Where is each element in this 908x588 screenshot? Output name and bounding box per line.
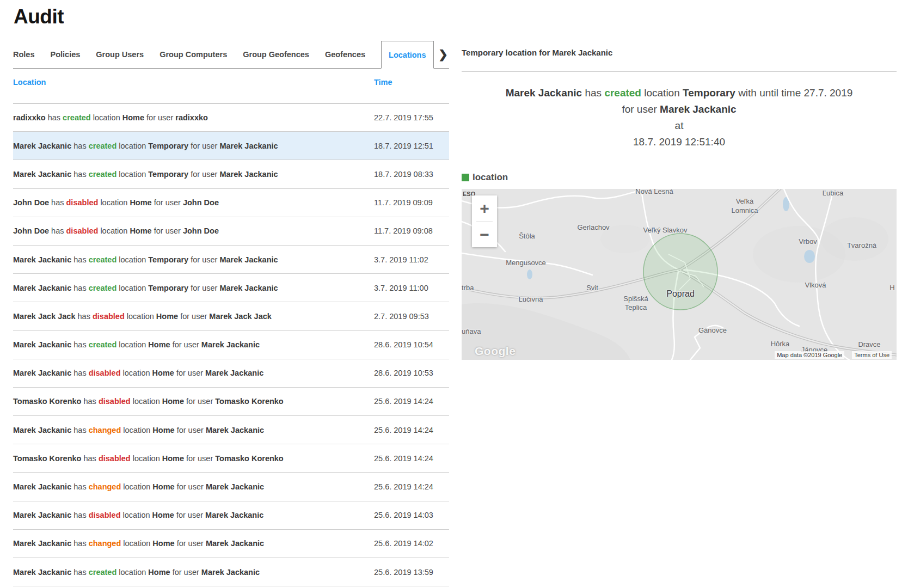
map-label-vlková: Vlková	[805, 281, 826, 289]
audit-time: 25.6. 2019 14:02	[374, 539, 449, 548]
audit-time: 18.7. 2019 08:33	[374, 170, 449, 179]
map-label-štôla: Štôla	[519, 232, 535, 240]
table-row[interactable]: Marek Jackanic has created location Temp…	[13, 160, 449, 188]
column-header-location[interactable]: Location	[13, 78, 46, 103]
zoom-in-button[interactable]: +	[472, 195, 497, 221]
tab-group-geofences[interactable]: Group Geofences	[243, 50, 309, 59]
table-row[interactable]: John Doe has disabled location Home for …	[13, 189, 449, 217]
audit-message: Tomasko Korenko has disabled location Ho…	[13, 397, 374, 406]
column-header-time[interactable]: Time	[374, 78, 449, 103]
google-logo: Google	[475, 345, 516, 358]
table-row[interactable]: Marek Jackanic has changed location Home…	[13, 473, 449, 501]
audit-message: Marek Jackanic has created location Temp…	[13, 255, 374, 264]
tab-policies[interactable]: Policies	[51, 50, 81, 59]
table-row[interactable]: Marek Jack Jack has disabled location Ho…	[13, 302, 449, 330]
audit-message: Marek Jackanic has changed location Home…	[13, 426, 374, 434]
zoom-out-button[interactable]: −	[472, 222, 497, 247]
audit-time: 25.6. 2019 13:59	[374, 568, 449, 577]
page-title: Audit	[14, 5, 64, 28]
map-zoom-control: + −	[472, 195, 497, 247]
audit-time: 3.7. 2019 11:02	[374, 255, 449, 264]
tab-geofences[interactable]: Geofences	[325, 50, 365, 59]
audit-message: Marek Jack Jack has disabled location Ho…	[13, 312, 374, 321]
chevron-right-icon[interactable]: ❯	[436, 46, 450, 63]
table-body: radixxko has created location Home for u…	[13, 103, 449, 586]
table-row[interactable]: Marek Jackanic has disabled location Hom…	[13, 359, 449, 388]
table-row[interactable]: Marek Jackanic has created location Home…	[13, 558, 449, 586]
audit-time: 2.7. 2019 09:53	[374, 312, 449, 321]
detail-line-4: 18.7. 2019 12:51:40	[462, 134, 897, 150]
map-label-spišská: Spišská	[623, 295, 648, 303]
audit-message: Marek Jackanic has created location Home…	[13, 340, 374, 349]
audit-message: Marek Jackanic has created location Home…	[13, 568, 374, 577]
legend-color-swatch	[462, 174, 469, 181]
table-row[interactable]: Marek Jackanic has changed location Home…	[13, 530, 449, 558]
map-data-credit: Map data ©2019 Google	[775, 351, 844, 359]
table-row[interactable]: Marek Jackanic has created location Temp…	[13, 132, 449, 160]
audit-time: 3.7. 2019 11:00	[374, 284, 449, 292]
audit-message: Marek Jackanic has disabled location Hom…	[13, 369, 374, 377]
tab-group-computers[interactable]: Group Computers	[159, 50, 227, 59]
table-row[interactable]: Marek Jackanic has created location Home…	[13, 331, 449, 359]
map-canvas[interactable]: ESONová LesnáVeľkáLomnicaĽubicaGerlachov…	[462, 189, 897, 360]
detail-line-1: Marek Jackanic has created location Temp…	[462, 85, 897, 101]
table-row[interactable]: radixxko has created location Home for u…	[13, 103, 449, 132]
table-row[interactable]: Marek Jackanic has changed location Home…	[13, 416, 449, 444]
map-legend: location	[462, 172, 897, 183]
map-label-nová-lesná: Nová Lesná	[635, 189, 673, 195]
map-graphics	[462, 189, 897, 360]
map-label-hôrka: Hôrka	[771, 340, 790, 348]
map-label-uňava: uňava	[462, 327, 481, 335]
map-attribution: Map data ©2019 Google Terms of Use	[775, 351, 892, 359]
detail-title: Temporary location for Marek Jackanic	[462, 0, 897, 72]
audit-message: Marek Jackanic has disabled location Hom…	[13, 511, 374, 519]
map-label-dravce: Dravce	[858, 340, 880, 348]
audit-time: 25.6. 2019 14:03	[374, 511, 449, 519]
audit-message: Tomasko Korenko has disabled location Ho…	[13, 454, 374, 463]
audit-time: 22.7. 2019 17:55	[374, 113, 449, 122]
map-label-svit: Svit	[586, 284, 598, 292]
audit-message: Marek Jackanic has created location Temp…	[13, 142, 374, 150]
table-row[interactable]: John Doe has disabled location Home for …	[13, 217, 449, 246]
audit-message: Marek Jackanic has changed location Home…	[13, 539, 374, 548]
map-label-veľký-slavkov: Veľký Slavkov	[643, 226, 687, 234]
detail-message: Marek Jackanic has created location Temp…	[462, 85, 897, 150]
audit-time: 25.6. 2019 14:24	[374, 426, 449, 434]
map-label-lomnica: Lomnica	[731, 206, 758, 215]
tab-locations[interactable]: Locations	[381, 41, 433, 69]
map-label-gánovce: Gánovce	[698, 326, 727, 334]
table-header: Location Time	[13, 69, 449, 103]
map-label-h: H	[889, 284, 894, 292]
map-label-poprad: Poprad	[666, 289, 695, 299]
audit-time: 28.6. 2019 10:53	[374, 369, 449, 377]
audit-message: John Doe has disabled location Home for …	[13, 198, 374, 207]
audit-message: radixxko has created location Home for u…	[13, 113, 374, 122]
tab-group-users[interactable]: Group Users	[96, 50, 144, 59]
audit-time: 25.6. 2019 14:24	[374, 482, 449, 491]
table-row[interactable]: Marek Jackanic has created location Temp…	[13, 274, 449, 302]
detail-line-2: for user Marek Jackanic	[462, 101, 897, 118]
map-label-trba: trba	[462, 284, 474, 292]
table-row[interactable]: Marek Jackanic has created location Temp…	[13, 246, 449, 274]
map-label-vrbov: Vrbov	[799, 237, 817, 246]
map-label-tvarožná: Tvarožná	[847, 241, 876, 249]
table-row[interactable]: Marek Jackanic has disabled location Hom…	[13, 501, 449, 530]
audit-time: 11.7. 2019 09:09	[374, 198, 449, 207]
terms-of-use-link[interactable]: Terms of Use	[852, 351, 892, 359]
audit-message: Marek Jackanic has created location Temp…	[13, 170, 374, 179]
audit-time: 25.6. 2019 14:24	[374, 454, 449, 463]
audit-time: 11.7. 2019 09:08	[374, 226, 449, 235]
detail-line-3: at	[462, 118, 897, 134]
map-label-mengusovce: Mengusovce	[506, 259, 546, 267]
tab-roles[interactable]: Roles	[13, 50, 35, 59]
legend-label: location	[473, 172, 508, 183]
audit-table: Location Time radixxko has created locat…	[13, 69, 449, 586]
tab-bar: RolesPoliciesGroup UsersGroup ComputersG…	[13, 41, 449, 69]
map-label-lučivná: Lučivná	[519, 295, 543, 303]
detail-panel: Temporary location for Marek Jackanic Ma…	[462, 0, 897, 360]
table-row[interactable]: Tomasko Korenko has disabled location Ho…	[13, 444, 449, 473]
map-label-gerlachov: Gerlachov	[577, 223, 609, 231]
audit-time: 18.7. 2019 12:51	[374, 142, 449, 150]
audit-message: Marek Jackanic has created location Temp…	[13, 284, 374, 292]
table-row[interactable]: Tomasko Korenko has disabled location Ho…	[13, 388, 449, 416]
